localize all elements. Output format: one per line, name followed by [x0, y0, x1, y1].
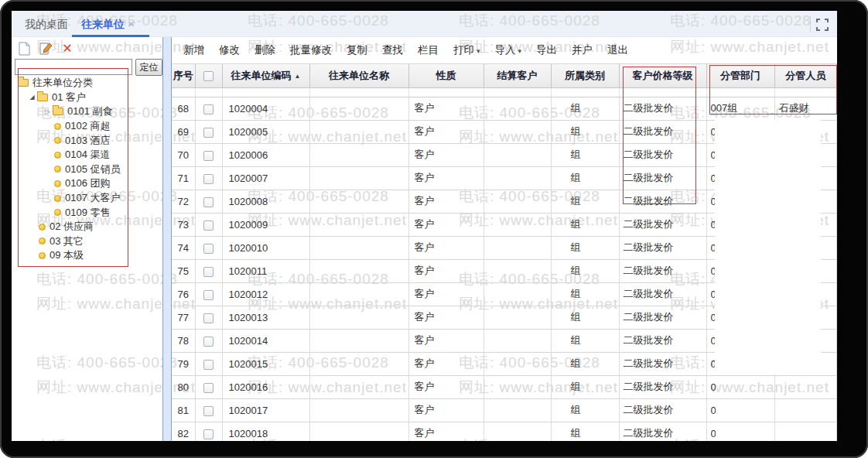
toolbar-button-修改[interactable]: 修改	[219, 43, 240, 57]
table-row[interactable]: 801020016客户组二级批发价0	[172, 375, 837, 398]
collapse-expander-icon[interactable]: ◢	[27, 94, 37, 101]
cell-dept: 0	[706, 329, 774, 352]
row-checkbox[interactable]	[203, 267, 214, 277]
locate-button[interactable]: 定位	[135, 59, 162, 76]
toolbar-button-导出[interactable]: 导出	[536, 43, 557, 57]
row-checkbox[interactable]	[203, 406, 214, 416]
toolbar-button-并户[interactable]: 并户	[572, 43, 593, 57]
row-checkbox[interactable]	[203, 360, 214, 370]
delete-category-icon[interactable]: ✕	[60, 41, 75, 56]
tree-item[interactable]: ▷0101 副食	[12, 104, 162, 119]
cell-settle	[484, 213, 551, 236]
toolbar-button-打印[interactable]: 打印▾	[453, 43, 480, 57]
column-header[interactable]: 往来单位编码▲	[222, 64, 309, 87]
table-row[interactable]: 771020013客户组二级批发价0	[172, 306, 837, 329]
table-row[interactable]: 741020010客户组二级批发价0	[172, 236, 837, 259]
table-row[interactable]: 691020005客户组二级批发价0	[172, 120, 837, 143]
cell-code: 1020005	[222, 120, 309, 143]
cell-name	[309, 120, 408, 143]
row-checkbox[interactable]	[203, 104, 214, 114]
cell-person	[774, 329, 837, 352]
column-header[interactable]: 所属类别	[551, 64, 619, 87]
panel-splitter[interactable]	[162, 37, 172, 441]
table-row[interactable]: 681020004客户组二级批发价007组石盛财	[172, 97, 837, 120]
cell-price: 二级批发价	[619, 352, 706, 375]
cell-code: 1020018	[222, 422, 309, 441]
tree-item-label: 0103 酒店	[65, 134, 111, 148]
tree-item[interactable]: 0104 渠道	[12, 148, 162, 162]
column-header[interactable]: 分管人员	[774, 64, 837, 87]
column-header[interactable]: 往来单位名称	[309, 64, 408, 87]
row-checkbox[interactable]	[203, 429, 214, 439]
table-row[interactable]: 811020017客户组二级批发价0	[172, 398, 837, 422]
row-checkbox[interactable]	[203, 383, 214, 393]
toolbar-button-复制[interactable]: 复制	[347, 43, 367, 57]
tab-business-partners[interactable]: 往来单位	[81, 11, 125, 37]
toolbar-button-查找[interactable]: 查找	[382, 43, 403, 57]
table-row[interactable]: 721020008客户组二级批发价0	[172, 190, 837, 213]
cell-code: 1020017	[222, 398, 309, 422]
tab-my-desktop[interactable]: 我的桌面	[25, 11, 68, 37]
row-checkbox[interactable]	[203, 128, 214, 138]
row-checkbox[interactable]	[203, 174, 214, 184]
table-row[interactable]: 781020014客户组二级批发价0	[172, 329, 837, 352]
column-header[interactable]	[195, 64, 222, 87]
tree-item[interactable]: 0105 促销员	[12, 162, 162, 177]
cell-cat: 组	[551, 143, 619, 166]
row-checkbox[interactable]	[203, 220, 214, 231]
row-checkbox[interactable]	[203, 244, 214, 254]
table-row[interactable]: 821020018客户组二级批发价0	[172, 422, 837, 441]
row-checkbox[interactable]	[203, 151, 214, 161]
cell-code: 1020004	[222, 97, 309, 120]
tree-item[interactable]: 0103 酒店	[12, 133, 162, 148]
cell-cat: 组	[551, 398, 619, 422]
main-toolbar: 新增修改删除批量修改复制查找栏目打印▾导入▾导出并户退出	[172, 37, 837, 64]
edit-category-icon[interactable]	[38, 41, 53, 56]
column-header[interactable]: 客户价格等级	[619, 64, 706, 87]
row-checkbox[interactable]	[203, 290, 214, 300]
cell-settle	[484, 120, 551, 143]
cell-nature: 客户	[408, 375, 484, 398]
cell-seq: 78	[172, 329, 195, 352]
column-header[interactable]: 性质	[408, 64, 484, 87]
table-row[interactable]: 731020009客户组二级批发价0	[172, 213, 837, 236]
toolbar-button-删除[interactable]: 删除	[255, 43, 275, 57]
select-all-checkbox[interactable]	[203, 71, 214, 81]
tree-item[interactable]: ◢01 客户	[12, 91, 162, 105]
tree-item[interactable]: 0107 大客户	[12, 191, 162, 206]
category-search-input[interactable]	[15, 59, 132, 75]
row-checkbox[interactable]	[203, 337, 214, 347]
tree-item[interactable]: 02 供应商	[12, 220, 162, 234]
row-checkbox[interactable]	[203, 313, 214, 323]
new-category-icon[interactable]	[16, 41, 32, 56]
tree-item[interactable]: 09 本级	[12, 248, 162, 263]
table-row[interactable]: 701020006客户组二级批发价0	[172, 143, 837, 166]
table-row[interactable]: 791020015客户组二级批发价0	[172, 352, 837, 375]
table-row[interactable]: 711020007客户组二级批发价0	[172, 166, 837, 190]
expand-expander-icon[interactable]: ▷	[43, 108, 53, 115]
cell-cat: 组	[551, 282, 619, 306]
cell-person	[774, 166, 837, 190]
toolbar-button-新增[interactable]: 新增	[183, 43, 204, 57]
cell-price: 二级批发价	[619, 398, 706, 422]
tree-item[interactable]: 0106 团购	[12, 176, 162, 191]
tree-item[interactable]: 往来单位分类	[12, 76, 162, 91]
row-checkbox[interactable]	[203, 197, 214, 207]
cell-cat: 组	[551, 259, 619, 282]
table-row[interactable]: 751020011客户组二级批发价0	[172, 259, 837, 282]
active-tab-underline	[72, 35, 149, 37]
cell-dept: 0	[706, 422, 774, 441]
tree-item[interactable]: 0102 商超	[12, 119, 162, 134]
column-header[interactable]: 序号	[172, 64, 195, 87]
tree-item[interactable]: 03 其它	[12, 234, 162, 249]
table-row[interactable]: 761020012客户组二级批发价0	[172, 282, 837, 306]
toolbar-button-导入[interactable]: 导入▾	[495, 43, 522, 57]
tree-item[interactable]: 0109 零售	[12, 205, 162, 220]
toolbar-button-栏目[interactable]: 栏目	[418, 43, 439, 57]
fullscreen-expand-icon[interactable]	[816, 19, 829, 31]
column-header[interactable]: 结算客户	[484, 64, 551, 87]
toolbar-button-批量修改[interactable]: 批量修改	[290, 43, 332, 57]
column-header[interactable]: 分管部门	[706, 64, 774, 87]
toolbar-button-退出[interactable]: 退出	[607, 43, 628, 57]
close-tab-icon[interactable]: ×	[128, 11, 135, 37]
